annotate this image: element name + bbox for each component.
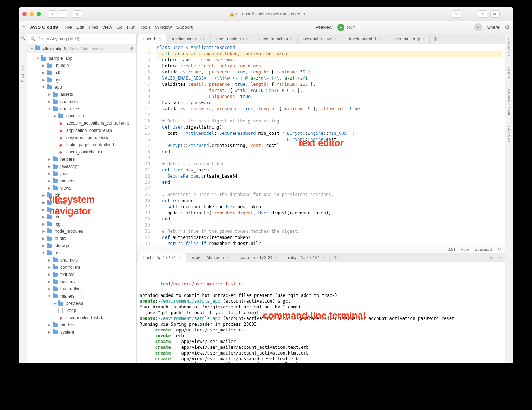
tree-item[interactable]: static_pages_controller.rb: [27, 141, 136, 148]
tree-item[interactable]: application_controller.rb: [27, 127, 136, 134]
menu-item-support[interactable]: Support: [176, 24, 193, 30]
terminal[interactable]: command-line terminal test/mailers/user_…: [137, 262, 505, 363]
disclosure-icon[interactable]: ▶: [42, 215, 45, 219]
tree-item[interactable]: ▼test: [27, 249, 136, 257]
tabs-button[interactable]: ⧉: [490, 10, 500, 18]
tree-item[interactable]: .keep: [27, 307, 136, 314]
tree-item[interactable]: ▶fixtures: [27, 271, 136, 278]
disclosure-icon[interactable]: ▶: [42, 244, 45, 248]
tree-item[interactable]: user_mailer_test.rb: [27, 314, 136, 321]
editor-tab[interactable]: account_activa×: [298, 34, 342, 44]
forward-button[interactable]: ›: [58, 10, 67, 18]
editor-tab[interactable]: application_ma×: [167, 34, 211, 44]
tree-item[interactable]: ▶.c9: [27, 69, 136, 76]
editor-tab[interactable]: development.rb×: [343, 34, 387, 44]
disclosure-icon[interactable]: ▶: [48, 100, 51, 103]
new-terminal-button[interactable]: ⊕: [330, 253, 341, 262]
reload-button[interactable]: ⟳: [452, 10, 461, 18]
tree-item[interactable]: ▶jobs: [27, 170, 136, 177]
disclosure-icon[interactable]: ▶: [48, 330, 51, 334]
cursor-position[interactable]: 2:51: [448, 247, 455, 251]
tree-item[interactable]: ▶config: [27, 199, 136, 206]
back-button[interactable]: ‹: [48, 10, 57, 18]
tree-item[interactable]: ▶mailers: [27, 177, 136, 184]
new-tab-button[interactable]: ⊕: [430, 34, 441, 44]
disclosure-icon[interactable]: ▶: [48, 273, 51, 276]
disclosure-icon[interactable]: ▶: [42, 201, 45, 204]
disclosure-icon[interactable]: ▶: [53, 302, 57, 305]
tree-item[interactable]: account_activations_controller.rb: [27, 120, 136, 127]
close-icon[interactable]: ×: [203, 37, 205, 41]
spaces-setting[interactable]: Spaces: 2: [475, 247, 492, 251]
tree-item[interactable]: ▶previews: [27, 300, 136, 307]
close-icon[interactable]: ×: [226, 256, 229, 260]
rail-aws-resources[interactable]: AWS Resources: [507, 89, 511, 115]
preview-button[interactable]: Preview: [316, 24, 332, 30]
close-icon[interactable]: ×: [159, 37, 161, 41]
tree-item[interactable]: ▼mailers: [27, 293, 136, 300]
tree-item[interactable]: ▶assets: [27, 91, 136, 98]
disclosure-icon[interactable]: ▼: [42, 85, 45, 89]
tree-item[interactable]: sessions_controller.rb: [27, 134, 136, 141]
disclosure-icon[interactable]: ▶: [42, 208, 45, 211]
run-button[interactable]: ▶ Run: [337, 24, 355, 31]
menu-toggle-icon[interactable]: ≡: [22, 24, 25, 30]
terminal-tab[interactable]: ruby - "[Minitest r×: [187, 253, 234, 262]
tree-item[interactable]: ▶channels: [27, 257, 136, 264]
tree-item[interactable]: ▶javascript: [27, 163, 136, 170]
editor-tab[interactable]: user_mailer_p×: [388, 34, 430, 44]
goto-search[interactable]: 🔍: [27, 34, 136, 44]
disclosure-icon[interactable]: ▶: [53, 114, 57, 118]
zoom-window-button[interactable]: [37, 12, 41, 16]
disclosure-icon[interactable]: ▶: [42, 237, 45, 240]
tree-item[interactable]: ▶log: [27, 220, 136, 228]
editor-tab[interactable]: user_mailer.rb×: [211, 34, 253, 44]
search-rail-icon[interactable]: 🔍: [21, 36, 25, 40]
disclosure-icon[interactable]: ▶: [48, 323, 51, 327]
tree-item[interactable]: ▶helpers: [27, 278, 136, 285]
disclosure-icon[interactable]: ▶: [48, 93, 51, 96]
gear-icon[interactable]: ⚙: [505, 24, 510, 31]
close-icon[interactable]: ×: [179, 256, 181, 260]
tree-item[interactable]: ▶db: [27, 206, 136, 213]
editor-tab[interactable]: account_activa×: [254, 34, 298, 44]
tree-item[interactable]: ▶bin: [27, 192, 136, 199]
menu-item-edit[interactable]: Edit: [76, 24, 84, 30]
language-mode[interactable]: Ruby: [460, 247, 470, 251]
tree-item[interactable]: ▶controllers: [27, 264, 136, 271]
tree-item[interactable]: users_controller.rb: [27, 148, 136, 156]
tree-item[interactable]: ▶node_modules: [27, 228, 136, 235]
tree-item[interactable]: ▶public: [27, 235, 136, 242]
disclosure-icon[interactable]: ▶: [48, 287, 51, 291]
tree-item[interactable]: ▼sample_app: [27, 55, 136, 62]
disclosure-icon[interactable]: ▶: [42, 229, 45, 233]
breadcrumb[interactable]: ▼ rails-tutorial-6 - /home/ubuntu/enviro…: [27, 44, 136, 53]
disclosure-icon[interactable]: ▶: [48, 157, 51, 161]
terminal-tab[interactable]: bash - "ip-172-31×: [138, 253, 186, 262]
disclosure-icon[interactable]: ▶: [48, 266, 51, 269]
minimize-window-button[interactable]: [30, 12, 34, 16]
share-link[interactable]: Share: [487, 24, 500, 30]
code-content[interactable]: class User < ApplicationRecord attr_acce…: [154, 44, 505, 245]
new-tab-button[interactable]: +: [502, 11, 510, 17]
gear-icon[interactable]: ⚙: [130, 46, 134, 51]
rail-collaborate[interactable]: Collaborate: [507, 37, 511, 56]
menu-item-run[interactable]: Run: [127, 24, 136, 30]
address-bar[interactable]: 🔒us-east-2.console.aws.amazon.com: [85, 12, 449, 17]
disclosure-icon[interactable]: ▶: [48, 186, 51, 190]
close-icon[interactable]: ×: [380, 37, 382, 41]
environment-rail[interactable]: Environment: [21, 62, 25, 82]
editor-tab[interactable]: user.rb×: [138, 34, 166, 44]
tree-item[interactable]: ▶storage: [27, 242, 136, 249]
rail-outline[interactable]: Outline: [507, 67, 511, 78]
terminal-tab[interactable]: bash - "ip-172-31×: [235, 253, 283, 262]
disclosure-icon[interactable]: ▶: [48, 165, 51, 168]
tree-item[interactable]: ▶concerns: [27, 112, 136, 120]
tree-item[interactable]: ▶models: [27, 321, 136, 329]
disclosure-icon[interactable]: ▶: [48, 280, 51, 284]
sidebar-toggle-button[interactable]: ▥: [73, 10, 82, 18]
menu-item-tools[interactable]: Tools: [140, 24, 151, 30]
tree-item[interactable]: ▶system: [27, 329, 136, 336]
close-icon[interactable]: ×: [322, 256, 324, 260]
disclosure-icon[interactable]: ▶: [48, 172, 51, 175]
